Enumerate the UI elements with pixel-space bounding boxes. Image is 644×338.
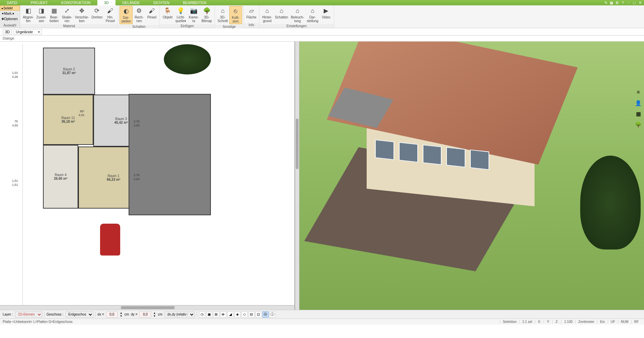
menu-bar: DATEI PROJEKT KONSTRUKTION 3D GELÄNDE SI… (0, 0, 644, 5)
dy-input[interactable] (139, 312, 151, 318)
bottom-icon-btn-6[interactable]: ◇ (241, 312, 247, 318)
ribbon-btn-verschieben[interactable]: ✥Verschie-ben (74, 6, 90, 23)
hscroll-thumb[interactable] (121, 306, 175, 309)
status-bar: Platte <Unbekannt> L=Platten G=Erdgescho… (0, 319, 644, 325)
ribbon-auswahl-panel: ▸Selekt ✦Mark.▾ ✚Optionen Auswahl (0, 5, 20, 28)
ribbon-btn-objekt[interactable]: 🪑Objekt (161, 6, 174, 23)
person-tool-icon[interactable]: 👤 (635, 99, 642, 107)
ribbon-icon: ✥ (78, 7, 86, 15)
ribbon-btn-flche[interactable]: ▱Fläche (245, 6, 258, 22)
ribbon-btn-darstellen[interactable]: ◐Dar-stellen (120, 6, 133, 24)
tree-icon (164, 44, 211, 74)
view-mode-label[interactable]: 3D (3, 29, 12, 35)
ribbon-btn-abgreifen[interactable]: ◧Abgrei-fen (21, 6, 35, 23)
ribbon-btn-bearbeiten[interactable]: ▦Bear-beiten (48, 6, 60, 23)
menu-tab-sichten[interactable]: SICHTEN (146, 0, 176, 5)
status-y: Y: (544, 320, 552, 324)
optionen-button[interactable]: ✚Optionen (0, 16, 20, 21)
status-uf: UF (608, 320, 618, 324)
ribbon-btn-lichtquelle[interactable]: 💡Licht-quelle▾ (174, 6, 187, 23)
right-toolbar: ≡ 👤 ▦ 🌳 (635, 89, 643, 128)
ribbon-btn-rechnen[interactable]: ⚙Rech-nen (133, 6, 145, 24)
floorplan-viewport[interactable]: Raum 231,87 m²Raum 1136,18 m²Raum 345,42… (0, 42, 295, 310)
bottom-icon-btn-8[interactable]: ⊡ (256, 312, 262, 318)
ribbon-btn-dbitmap[interactable]: 🌳3D-Bitmap (200, 6, 213, 23)
edit-icon[interactable]: ✎ (603, 0, 608, 5)
terrace-area (129, 94, 211, 215)
bottom-icon-btn-10[interactable]: ⓘ (270, 312, 276, 318)
palette-tool-icon[interactable]: ▦ (635, 110, 642, 117)
floorplan-hscroll[interactable] (0, 305, 294, 310)
room-raum-11[interactable]: Raum 1136,18 m² (43, 95, 93, 145)
ribbon-btn-drehen[interactable]: ⟳Drehen (90, 6, 104, 23)
close-icon[interactable]: ✕ (638, 0, 642, 5)
menu-tab-projekt[interactable]: PROJEKT (24, 0, 55, 5)
bottom-icon-btn-5[interactable]: ◈ (234, 312, 240, 318)
ribbon-btn-zuweisen[interactable]: ◨Zuwei-sen (35, 6, 48, 23)
menu-tab-3d[interactable]: 3D (97, 0, 116, 5)
bottom-icon-btn-2[interactable]: ⊞ (213, 312, 219, 318)
menu-tab-bearbeiten[interactable]: BEARBEITEN (176, 0, 213, 5)
ribbon-icon: 🪑 (164, 7, 172, 15)
help-icon[interactable]: ? (620, 0, 625, 5)
car-icon (100, 224, 120, 256)
bottom-icon-btn-4[interactable]: ◢ (227, 312, 233, 318)
ribbon-btn-beleuchtung[interactable]: ⌂Beleuch-tung (289, 6, 305, 23)
dx-input[interactable] (106, 312, 118, 318)
ribbon-icon: ▱ (247, 7, 256, 15)
ribbon-btn-darstellung[interactable]: ⌂Dar-stellung (306, 6, 320, 23)
ribbon-btn-schatten[interactable]: ⌂Schatten (274, 6, 289, 23)
dimension-label: 2,76 (134, 120, 140, 123)
bottom-icon-btn-3[interactable]: 👁 (220, 312, 226, 318)
menu-tab-gelaende[interactable]: GELÄNDE (116, 0, 147, 5)
ribbon-icon: ⌂ (219, 7, 227, 15)
tool-icon[interactable]: ▦ (609, 0, 614, 5)
bottom-icon-btn-9[interactable]: Ⓝ (263, 312, 269, 318)
ribbon-btn-pinsel[interactable]: 🖌Pinsel (145, 6, 158, 24)
dy-spinner[interactable]: ▲▼ (153, 312, 156, 318)
ribbon-group-info: ▱FlächeInfo (244, 5, 260, 28)
dimension-label: 2,26 (12, 75, 18, 78)
geschoss-label: Geschoss : (47, 313, 63, 316)
ribbon-btn-video[interactable]: ▶Video (320, 6, 332, 23)
3d-viewport[interactable] (300, 42, 644, 310)
layer-dropdown[interactable]: Urgelände (13, 29, 42, 35)
room-raum-2[interactable]: Raum 231,87 m² (43, 48, 95, 95)
mark-button[interactable]: ✦Mark.▾ (0, 11, 20, 16)
dx-unit: cm (125, 313, 129, 316)
selekt-button[interactable]: ▸Selekt (0, 5, 20, 11)
ribbon-btn-dschnitt[interactable]: ⌂3D-Schnitt (216, 6, 229, 24)
dx-spinner[interactable]: ▲▼ (120, 312, 123, 318)
tree-tool-icon[interactable]: 🌳 (635, 121, 642, 128)
floorplan-canvas[interactable]: Raum 231,87 m²Raum 1136,18 m²Raum 345,42… (3, 44, 292, 307)
floorplan-vscroll[interactable] (295, 42, 300, 310)
bottom-icon-btn-7[interactable]: ⊟ (248, 312, 255, 318)
menu-tab-konstruktion[interactable]: KONSTRUKTION (54, 0, 97, 5)
room-raum-4[interactable]: Raum 426,60 m² (43, 145, 78, 209)
ribbon-btn-hinpinsel[interactable]: 🖌Hin.Pinsel (104, 6, 117, 23)
minimize-icon[interactable]: − (626, 0, 631, 5)
ribbon-btn-skalieren[interactable]: ⤢Skalie-ren (60, 6, 74, 23)
menu-tab-datei[interactable]: DATEI (0, 0, 24, 5)
layers-tool-icon[interactable]: ≡ (635, 89, 642, 96)
ribbon-icon: 🖌 (148, 7, 156, 15)
dxdy-mode-select[interactable]: dx,dy (relativ ka (165, 312, 195, 318)
context-bar: 3D Urgelände (0, 28, 644, 36)
dimension-label: 1,51 (12, 183, 18, 186)
vscroll-thumb[interactable] (296, 119, 298, 169)
layer-select[interactable]: 2D-Elemen (15, 312, 42, 318)
dimension-label: 1,01 (12, 71, 18, 74)
ribbon-btn-hintergrund[interactable]: ⌂Hinter-grund (261, 6, 274, 23)
ribbon-icon: ⌂ (293, 7, 302, 15)
geschoss-select[interactable]: Erdgeschos (65, 312, 93, 318)
bottom-icon-btn-1[interactable]: ▣ (206, 312, 212, 318)
settings-icon[interactable]: ⚙ (615, 0, 619, 5)
dialog-bar: Dialoge: (0, 36, 644, 42)
maximize-icon[interactable]: □ (632, 0, 637, 5)
status-z: Z: (552, 320, 561, 324)
bottom-icon-btn-0[interactable]: ◷ (199, 312, 205, 318)
ribbon-btn-kamera[interactable]: 📷Kame-ra (187, 6, 200, 23)
ribbon-btn-kollision[interactable]: ⎋Kolli-sion (229, 6, 242, 24)
ribbon-group-schatten: ◐Dar-stellen⚙Rech-nen🖌PinselSchatten (118, 5, 160, 28)
dimension-label: 2,01 (79, 113, 85, 117)
